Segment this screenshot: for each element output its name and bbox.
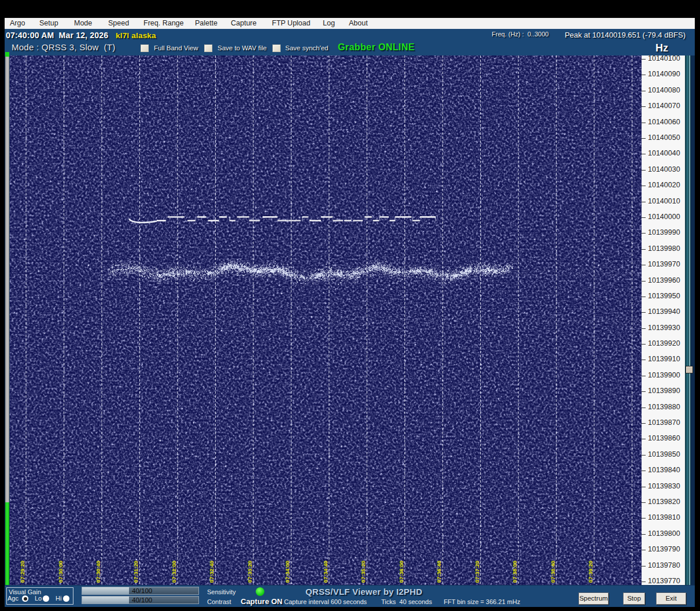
svg-text:07:31:20: 07:31:20: [132, 561, 139, 583]
svg-text:07:39:20: 07:39:20: [587, 561, 594, 583]
svg-text:07:29:20: 07:29:20: [19, 561, 25, 583]
svg-text:07:36:00: 07:36:00: [398, 561, 404, 583]
svg-text:07:32:00: 07:32:00: [171, 561, 177, 583]
svg-text:07:38:00: 07:38:00: [511, 561, 518, 583]
svg-text:07:37:20: 07:37:20: [474, 561, 480, 583]
svg-text:07:30:40: 07:30:40: [95, 561, 101, 583]
svg-text:07:34:00: 07:34:00: [284, 561, 290, 583]
svg-text:07:38:40: 07:38:40: [550, 561, 556, 583]
svg-text:07:33:20: 07:33:20: [246, 561, 253, 583]
svg-text:07:35:20: 07:35:20: [360, 561, 366, 583]
svg-text:07:32:40: 07:32:40: [208, 561, 215, 583]
svg-text:07:30:00: 07:30:00: [57, 561, 64, 583]
svg-text:07:34:40: 07:34:40: [322, 561, 329, 583]
svg-text:07:36:40: 07:36:40: [436, 561, 442, 583]
